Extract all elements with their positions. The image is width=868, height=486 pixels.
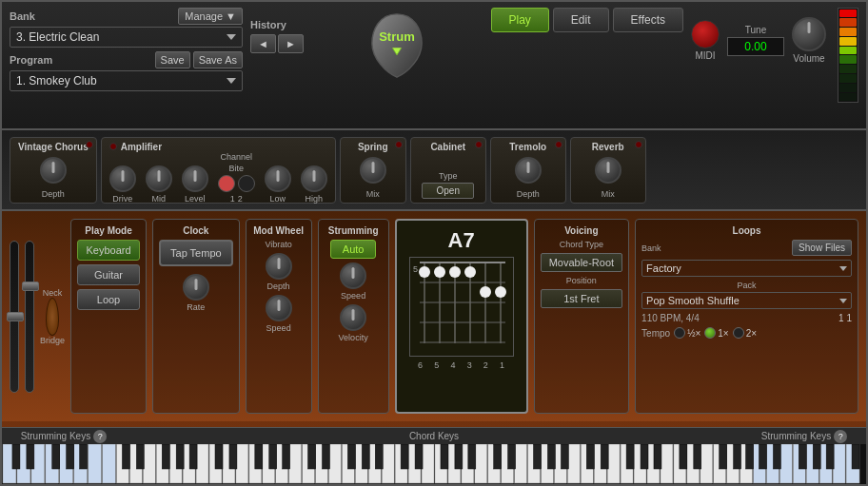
tremolo-depth-knob[interactable] — [515, 157, 542, 184]
manage-button[interactable]: Manage ▼ — [178, 8, 243, 25]
position-display[interactable]: 1st Fret — [541, 289, 622, 308]
tempo-1x-label: 1× — [718, 328, 728, 339]
tempo-1x-radio[interactable] — [704, 327, 716, 339]
svg-rect-119 — [680, 444, 687, 469]
amplifier-high-knob[interactable] — [301, 165, 327, 192]
slider-1-track[interactable] — [10, 241, 19, 393]
history-next-button[interactable]: ► — [278, 34, 304, 53]
mode-guitar-button[interactable]: Guitar — [77, 264, 140, 285]
strum-speed-knob[interactable] — [340, 262, 366, 289]
svg-text:Strum: Strum — [379, 29, 415, 44]
spring-led[interactable] — [395, 141, 403, 148]
volume-section: Volume — [792, 17, 826, 64]
piano-keys-svg[interactable] — [2, 444, 866, 484]
svg-rect-44 — [328, 444, 341, 483]
tab-effects[interactable]: Effects — [613, 8, 683, 32]
svg-rect-124 — [759, 444, 766, 469]
amplifier-mid-knob[interactable] — [146, 165, 172, 192]
top-bar: Bank Manage ▼ 3. Electric Clean Program … — [2, 2, 866, 130]
svg-rect-105 — [415, 444, 423, 469]
cabinet-led[interactable] — [475, 141, 483, 148]
help-icon-left[interactable]: ? — [93, 430, 107, 443]
tap-tempo-button[interactable]: Tap Tempo — [159, 240, 233, 266]
voicing-section: Voicing Chord Type Movable-Root Position… — [534, 219, 629, 414]
loops-header: Bank Show Files — [641, 240, 852, 256]
tempo-half-radio[interactable] — [674, 327, 685, 339]
strum-logo: Strum — [368, 12, 425, 83]
effects-strip: Vintage Chorus Depth Amplifier Drive — [2, 130, 866, 211]
volume-label: Volume — [793, 53, 824, 64]
tempo-2x-radio[interactable] — [733, 327, 744, 339]
svg-rect-95 — [229, 444, 237, 469]
svg-rect-88 — [80, 444, 88, 469]
spring-label: Spring — [358, 142, 388, 152]
strumming-title: Strumming — [328, 225, 379, 236]
clock-section: Clock Tap Tempo Rate — [152, 219, 240, 414]
strum-speed-label: Speed — [341, 291, 365, 301]
svg-rect-116 — [626, 444, 634, 469]
auto-button[interactable]: Auto — [330, 240, 377, 259]
slider-2-thumb[interactable] — [22, 282, 39, 291]
chord-display: A7 — [395, 219, 528, 414]
help-icon-right[interactable]: ? — [834, 430, 847, 443]
vu-seg-8 — [839, 28, 857, 36]
tab-edit[interactable]: Edit — [553, 8, 609, 32]
reverb-led[interactable] — [635, 141, 642, 148]
reverb-mix-knob[interactable] — [595, 157, 621, 184]
mode-keyboard-button[interactable]: Keyboard — [77, 240, 140, 261]
slider-2-track[interactable] — [25, 241, 34, 393]
svg-point-17 — [495, 286, 506, 298]
cabinet-type-value[interactable]: Open — [422, 183, 474, 199]
save-as-button[interactable]: Save As — [193, 51, 243, 68]
voicing-title: Voicing — [564, 225, 598, 236]
chord-name: A7 — [448, 228, 475, 253]
vintage-chorus-knob[interactable] — [40, 157, 67, 184]
tune-display[interactable]: 0.00 — [727, 37, 784, 56]
chord-type-display[interactable]: Movable-Root — [541, 253, 622, 272]
tremolo-module: Tremolo Depth — [490, 137, 566, 204]
tremolo-led[interactable] — [555, 141, 562, 148]
svg-rect-128 — [826, 444, 834, 469]
piano-keys-area — [2, 444, 866, 484]
clock-rate-knob[interactable] — [183, 274, 209, 301]
svg-point-12 — [419, 266, 430, 278]
spring-mix-knob[interactable] — [360, 157, 386, 184]
svg-rect-62 — [567, 444, 580, 483]
bank-factory-select[interactable]: Factory — [641, 260, 852, 277]
bite-1-button[interactable] — [218, 175, 235, 192]
neck-label: Neck — [43, 288, 63, 298]
mod-depth-knob[interactable] — [266, 253, 292, 280]
amplifier-level-knob[interactable] — [182, 165, 208, 192]
tab-play[interactable]: Play — [491, 8, 549, 32]
bite-2-button[interactable] — [238, 175, 255, 192]
vintage-chorus-led[interactable] — [86, 141, 93, 148]
svg-rect-30 — [143, 444, 155, 483]
amplifier-led[interactable] — [109, 143, 117, 150]
svg-rect-96 — [255, 444, 263, 469]
amplifier-low-knob[interactable] — [265, 165, 291, 192]
vu-seg-2 — [839, 84, 857, 92]
piano-label-center: Chord Keys — [126, 428, 742, 444]
show-files-button[interactable]: Show Files — [792, 240, 852, 256]
history-prev-button[interactable]: ◄ — [250, 34, 276, 53]
program-select[interactable]: 1. Smokey Club — [10, 70, 243, 91]
slider-1-thumb[interactable] — [7, 312, 24, 321]
mod-speed-knob[interactable] — [266, 295, 292, 321]
svg-rect-72 — [700, 444, 713, 483]
mod-speed-label: Speed — [266, 323, 291, 333]
clock-rate-label: Rate — [187, 302, 205, 312]
low-label: Low — [269, 194, 286, 204]
amplifier-drive-knob[interactable] — [109, 165, 136, 192]
svg-rect-85 — [27, 444, 34, 469]
pack-select[interactable]: Pop Smooth Shuffle — [641, 292, 852, 309]
save-button[interactable]: Save — [155, 51, 190, 68]
strum-velocity-knob[interactable] — [340, 304, 366, 331]
bank-select[interactable]: 3. Electric Clean — [10, 27, 243, 48]
svg-rect-129 — [852, 444, 859, 469]
mod-depth-label: Depth — [267, 282, 290, 291]
mode-loop-button[interactable]: Loop — [77, 289, 140, 310]
svg-rect-86 — [52, 444, 60, 469]
volume-knob[interactable] — [792, 17, 826, 51]
mid-label: Mid — [151, 194, 166, 204]
svg-rect-87 — [67, 444, 74, 469]
